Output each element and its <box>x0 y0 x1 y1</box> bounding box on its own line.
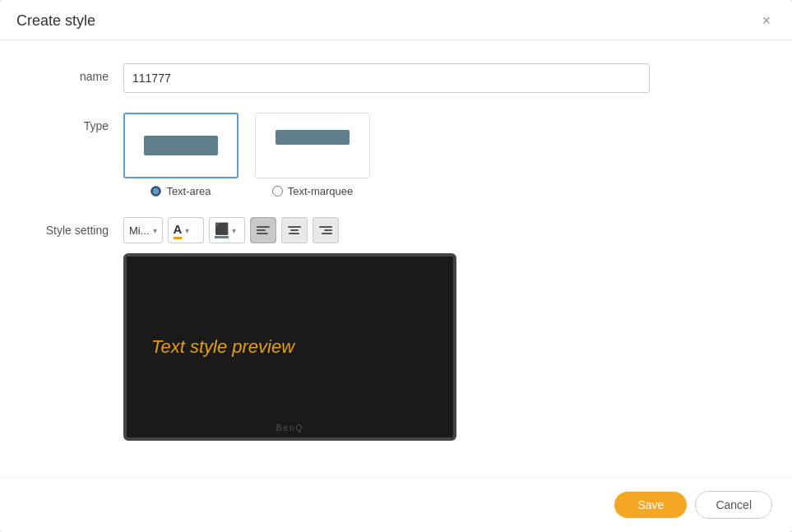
type-label: Type <box>33 113 123 132</box>
style-setting-area: Mi... ▾ A ▾ ⬛ ▾ <box>123 217 759 441</box>
name-label: name <box>33 63 123 83</box>
save-button[interactable]: Save <box>614 492 687 518</box>
text-marquee-radio-row: Text-marquee <box>272 185 353 197</box>
style-setting-label: Style setting <box>33 217 123 237</box>
type-option-text-area: Text-area <box>123 113 239 197</box>
font-dropdown[interactable]: Mi... ▾ <box>123 217 163 243</box>
name-row: name <box>33 63 759 93</box>
font-a-letter: A <box>174 222 183 239</box>
align-left-button[interactable] <box>250 217 276 243</box>
font-dropdown-value: Mi... <box>129 224 150 237</box>
font-color-underline <box>174 237 183 239</box>
dialog-body: name Type Text-area <box>0 40 792 477</box>
type-option-text-marquee: Text-marquee <box>255 113 370 197</box>
style-setting-row: Style setting Mi... ▾ A ▾ <box>33 217 759 441</box>
bg-color-underline <box>215 236 229 238</box>
align-right-button[interactable] <box>313 217 339 243</box>
text-marquee-thumbnail[interactable] <box>255 113 370 178</box>
bg-icon-symbol: ⬛ <box>215 222 229 238</box>
font-color-button[interactable]: A ▾ <box>168 217 204 243</box>
dialog-header: Create style × <box>0 0 792 40</box>
text-marquee-radio[interactable] <box>272 186 283 197</box>
preview-container: Text style preview BenQ <box>123 253 456 441</box>
text-area-radio-row: Text-area <box>151 185 211 197</box>
text-area-thumbnail[interactable] <box>123 113 239 178</box>
preview-text: Text style preview <box>151 336 294 358</box>
text-marquee-radio-label[interactable]: Text-marquee <box>288 185 353 197</box>
text-area-thumb-inner <box>144 136 218 155</box>
close-button[interactable]: × <box>757 12 776 30</box>
font-color-arrow: ▾ <box>185 226 189 235</box>
align-center-icon <box>288 226 301 234</box>
align-center-button[interactable] <box>281 217 308 243</box>
dialog-footer: Save Cancel <box>0 477 792 532</box>
style-toolbar: Mi... ▾ A ▾ ⬛ ▾ <box>123 217 759 243</box>
type-options: Text-area Text-marquee <box>123 113 759 197</box>
dialog-title: Create style <box>16 12 95 30</box>
brand-label: BenQ <box>276 423 304 433</box>
marquee-inner <box>276 130 350 145</box>
text-area-radio[interactable] <box>151 186 161 197</box>
align-left-icon <box>257 226 270 234</box>
bg-color-arrow: ▾ <box>232 226 236 235</box>
font-color-icon: A <box>174 222 183 239</box>
name-input-area <box>123 63 759 93</box>
text-area-radio-label[interactable]: Text-area <box>166 185 211 197</box>
font-dropdown-arrow: ▾ <box>153 226 157 235</box>
name-input[interactable] <box>123 63 650 93</box>
create-style-dialog: Create style × name Type <box>0 0 792 532</box>
type-row: Type Text-area <box>33 113 759 197</box>
bg-color-icon: ⬛ <box>215 222 229 238</box>
align-right-icon <box>319 226 332 234</box>
bg-color-button[interactable]: ⬛ ▾ <box>209 217 245 243</box>
cancel-button[interactable]: Cancel <box>695 491 772 519</box>
type-options-area: Text-area Text-marquee <box>123 113 759 197</box>
